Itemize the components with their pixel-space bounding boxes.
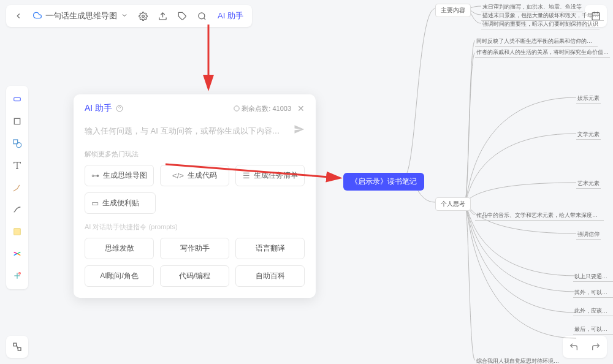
svg-point-0 <box>142 15 144 17</box>
prompt-translate[interactable]: 语言翻译 <box>235 238 305 259</box>
prompt-coding[interactable]: 代码/编程 <box>160 265 229 287</box>
mindmap-leaf[interactable]: 强调时间的重要性，暗示人们要时刻保持的认识 <box>481 20 600 29</box>
svg-point-24 <box>234 105 239 110</box>
mindmap-branch-think[interactable]: 个人思考 <box>435 197 471 211</box>
mindmap-leaf[interactable]: 同时反映了人类不断生态平衡的后果和信仰的重要性 <box>475 37 598 47</box>
svg-line-21 <box>17 345 18 349</box>
connector-tool[interactable] <box>6 199 28 221</box>
pen-tool[interactable] <box>6 176 28 199</box>
mindmap-icon: ⊶ <box>91 171 99 180</box>
cloud-icon <box>33 11 42 21</box>
close-button[interactable]: ✕ <box>297 104 305 113</box>
left-toolbar <box>6 86 28 289</box>
svg-rect-15 <box>14 229 21 235</box>
mindmap-leaf[interactable]: 以上只要通过艺术形式的音乐、文学等艺 <box>573 272 613 282</box>
ai-assistant-panel: AI 助手 剩余点数: 41003 ✕ 解锁更多热门玩法 ⊶ 生成思维导图 </… <box>74 94 316 298</box>
svg-rect-19 <box>13 343 17 346</box>
sticky-icon: ▭ <box>91 199 99 208</box>
svg-rect-10 <box>14 118 20 124</box>
prompt-role[interactable]: AI顾问/角色 <box>85 265 154 287</box>
mindmap-leaf[interactable]: 作品中的音乐、文学和艺术元素，给人带来深度的情绪验证 <box>475 211 604 221</box>
chip-generate-code[interactable]: </> 生成代码 <box>160 165 229 186</box>
send-button[interactable] <box>294 124 305 137</box>
code-icon: </> <box>172 171 184 180</box>
mindmap-canvas[interactable]: 《启示录》读书笔记 主要内容 个人思考 末日审判的描写，如洪水、地震、鱼没等 描… <box>331 0 613 364</box>
mindmap-leaf[interactable]: 综合我用人我自觉应思对待环境… <box>475 357 560 364</box>
mindmap-leaf[interactable]: 作者的亲戚和人的生活的关系，将时间探究生命价值的思考疑问是呈在读者眼前 <box>475 48 610 58</box>
chip-generate-sticky[interactable]: ▭ 生成便利贴 <box>85 192 156 214</box>
chip-generate-mindmap[interactable]: ⊶ 生成思维导图 <box>85 165 154 186</box>
svg-rect-9 <box>14 97 21 100</box>
prompt-wiki[interactable]: 自助百科 <box>235 265 305 287</box>
export-button[interactable] <box>153 6 172 26</box>
mindmap-root-node[interactable]: 《启示录》读书笔记 <box>343 173 424 191</box>
mindmap-leaf[interactable]: 最后，可以帮助态度让读者对人性… <box>573 325 613 335</box>
svg-line-4 <box>204 18 205 20</box>
mindmap-leaf[interactable]: 艺术元素 <box>576 179 601 189</box>
prompt-diverge[interactable]: 思维发散 <box>85 238 154 259</box>
frame-tool[interactable] <box>6 110 28 132</box>
ai-assistant-button[interactable]: AI 助手 <box>211 10 249 21</box>
back-button[interactable] <box>9 6 28 26</box>
shape-tool[interactable] <box>6 132 28 154</box>
mindmap-tool[interactable] <box>6 243 28 265</box>
document-title-dropdown[interactable]: 一句话生成思维导图 <box>28 10 133 21</box>
top-toolbar: 一句话生成思维导图 AI 助手 <box>6 5 252 27</box>
svg-rect-20 <box>18 347 21 351</box>
sticky-note-tool[interactable] <box>6 221 28 243</box>
prompt-write[interactable]: 写作助手 <box>160 238 229 259</box>
settings-button[interactable] <box>133 6 153 26</box>
mindmap-leaf[interactable]: 强调信仰 <box>576 230 601 240</box>
svg-point-18 <box>19 273 21 275</box>
prompt-section-label: AI 对话助手快捷指令 (prompts) <box>85 222 305 232</box>
ai-prompt-input[interactable] <box>85 126 289 135</box>
mindmap-leaf[interactable]: 此外，应该生命作为整体探究… <box>573 306 613 316</box>
chevron-down-icon <box>121 12 128 21</box>
select-tool[interactable] <box>6 88 28 110</box>
layers-button[interactable] <box>6 336 28 358</box>
tag-button[interactable] <box>172 6 192 26</box>
help-icon[interactable] <box>116 105 123 112</box>
section-label: 解锁更多热门玩法 <box>85 150 305 159</box>
mindmap-leaf[interactable]: 其外，可以通过灵魂会引发情绪共鸣… <box>573 288 613 298</box>
search-button[interactable] <box>192 6 211 26</box>
document-title: 一句话生成思维导图 <box>45 10 117 21</box>
mindmap-leaf[interactable]: 娱乐元素 <box>576 94 601 104</box>
credits-indicator: 剩余点数: 41003 <box>234 104 291 113</box>
panel-title: AI 助手 <box>85 103 123 114</box>
tasklist-icon: ☰ <box>243 171 250 180</box>
mindmap-branch-main[interactable]: 主要内容 <box>435 4 471 17</box>
chip-generate-tasklist[interactable]: ☰ 生成任务清单 <box>235 165 305 186</box>
svg-point-3 <box>198 12 204 18</box>
text-tool[interactable] <box>6 154 28 176</box>
svg-point-12 <box>17 143 21 148</box>
more-tools[interactable] <box>6 265 28 287</box>
mindmap-leaf[interactable]: 文学元素 <box>576 130 601 140</box>
